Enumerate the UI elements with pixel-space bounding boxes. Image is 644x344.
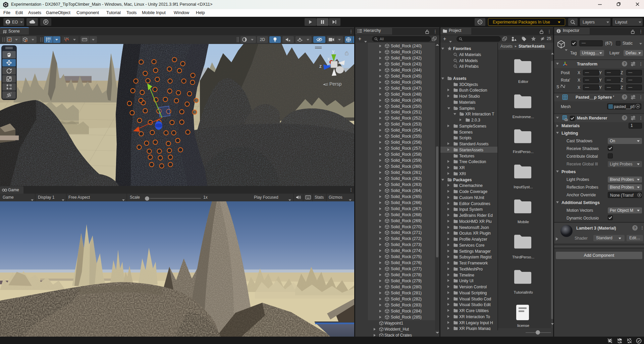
svg-text:Y: Y (48, 40, 50, 43)
svg-text:z: z (319, 63, 322, 69)
svg-text:x: x (327, 56, 330, 61)
svg-text:y: y (332, 49, 334, 54)
